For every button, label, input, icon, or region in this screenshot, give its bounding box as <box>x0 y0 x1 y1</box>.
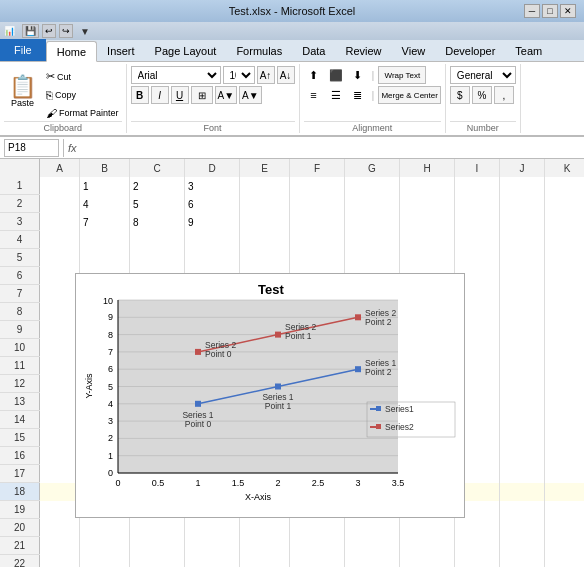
grid-cell[interactable] <box>80 537 130 555</box>
grid-cell[interactable] <box>545 483 584 501</box>
grid-cell[interactable] <box>545 519 584 537</box>
grid-cell[interactable] <box>290 249 345 267</box>
grid-cell[interactable] <box>500 501 545 519</box>
grid-cell[interactable] <box>240 213 290 231</box>
grid-cell[interactable] <box>40 303 80 321</box>
row-header[interactable]: 17 <box>0 465 40 482</box>
grid-cell[interactable] <box>545 321 584 339</box>
row-header[interactable]: 19 <box>0 501 40 518</box>
col-header-a[interactable]: A <box>40 159 80 177</box>
comma-button[interactable]: , <box>494 86 514 104</box>
dollar-button[interactable]: $ <box>450 86 470 104</box>
grid-cell[interactable] <box>40 195 80 213</box>
minimize-button[interactable]: ─ <box>524 4 540 18</box>
bold-button[interactable]: B <box>131 86 149 104</box>
grid-cell[interactable] <box>500 213 545 231</box>
grid-cell[interactable] <box>455 519 500 537</box>
align-right-button[interactable]: ≣ <box>348 86 368 104</box>
grid-cell[interactable] <box>80 555 130 567</box>
grid-cell[interactable] <box>500 483 545 501</box>
row-header[interactable]: 21 <box>0 537 40 554</box>
row-header[interactable]: 16 <box>0 447 40 464</box>
grid-cell[interactable] <box>500 375 545 393</box>
grid-cell[interactable]: 4 <box>80 195 130 213</box>
font-name-select[interactable]: Arial <box>131 66 221 84</box>
grid-cell[interactable] <box>500 447 545 465</box>
grid-cell[interactable] <box>130 555 185 567</box>
col-header-d[interactable]: D <box>185 159 240 177</box>
tab-formulas[interactable]: Formulas <box>226 41 292 61</box>
row-header[interactable]: 4 <box>0 231 40 248</box>
row-header[interactable]: 15 <box>0 429 40 446</box>
grid-cell[interactable] <box>455 555 500 567</box>
grid-cell[interactable] <box>400 519 455 537</box>
grid-cell[interactable]: 9 <box>185 213 240 231</box>
grid-cell[interactable] <box>500 249 545 267</box>
grid-cell[interactable] <box>185 519 240 537</box>
col-header-i[interactable]: I <box>455 159 500 177</box>
grid-cell[interactable] <box>345 195 400 213</box>
grid-cell[interactable] <box>500 411 545 429</box>
format-painter-button[interactable]: 🖌 Format Painter <box>43 104 122 121</box>
font-size-select[interactable]: 10 <box>223 66 255 84</box>
grid-cell[interactable] <box>240 177 290 195</box>
grid-cell[interactable] <box>400 195 455 213</box>
grid-cell[interactable] <box>500 321 545 339</box>
grid-cell[interactable] <box>40 483 80 501</box>
grid-cell[interactable] <box>545 177 584 195</box>
grid-cell[interactable] <box>40 375 80 393</box>
row-header[interactable]: 14 <box>0 411 40 428</box>
grid-cell[interactable] <box>545 429 584 447</box>
row-header[interactable]: 6 <box>0 267 40 284</box>
grid-cell[interactable]: 1 <box>80 177 130 195</box>
grid-cell[interactable] <box>345 249 400 267</box>
tab-file[interactable]: File <box>0 39 46 61</box>
grid-cell[interactable]: 2 <box>130 177 185 195</box>
tab-team[interactable]: Team <box>505 41 552 61</box>
align-center-button[interactable]: ☰ <box>326 86 346 104</box>
col-header-k[interactable]: K <box>545 159 584 177</box>
grid-cell[interactable] <box>455 231 500 249</box>
grid-cell[interactable] <box>40 501 80 519</box>
grid-cell[interactable] <box>290 537 345 555</box>
redo-quick-btn[interactable]: ↪ <box>59 24 73 38</box>
font-grow-button[interactable]: A↑ <box>257 66 275 84</box>
align-middle-button[interactable]: ⬛ <box>326 66 346 84</box>
underline-button[interactable]: U <box>171 86 189 104</box>
tab-data[interactable]: Data <box>292 41 335 61</box>
grid-cell[interactable] <box>345 231 400 249</box>
grid-cell[interactable] <box>40 357 80 375</box>
grid-cell[interactable] <box>240 555 290 567</box>
grid-cell[interactable] <box>80 519 130 537</box>
grid-cell[interactable] <box>40 339 80 357</box>
grid-cell[interactable] <box>290 195 345 213</box>
row-header[interactable]: 7 <box>0 285 40 302</box>
grid-cell[interactable] <box>545 555 584 567</box>
grid-cell[interactable] <box>400 177 455 195</box>
grid-cell[interactable] <box>545 285 584 303</box>
grid-cell[interactable] <box>345 537 400 555</box>
grid-cell[interactable] <box>545 231 584 249</box>
row-header[interactable]: 20 <box>0 519 40 536</box>
cell-reference[interactable] <box>4 139 59 157</box>
grid-cell[interactable] <box>345 177 400 195</box>
grid-cell[interactable] <box>545 267 584 285</box>
grid-cell[interactable]: 6 <box>185 195 240 213</box>
grid-cell[interactable] <box>500 267 545 285</box>
grid-cell[interactable] <box>290 177 345 195</box>
row-header[interactable]: 5 <box>0 249 40 266</box>
grid-cell[interactable] <box>40 537 80 555</box>
grid-cell[interactable] <box>40 231 80 249</box>
grid-cell[interactable] <box>240 249 290 267</box>
grid-cell[interactable] <box>545 213 584 231</box>
grid-cell[interactable] <box>345 213 400 231</box>
grid-cell[interactable] <box>185 231 240 249</box>
grid-cell[interactable] <box>40 213 80 231</box>
row-header[interactable]: 3 <box>0 213 40 230</box>
grid-cell[interactable] <box>545 357 584 375</box>
grid-cell[interactable] <box>455 177 500 195</box>
border-button[interactable]: ⊞ <box>191 86 213 104</box>
grid-cell[interactable] <box>545 447 584 465</box>
close-button[interactable]: ✕ <box>560 4 576 18</box>
grid-cell[interactable] <box>500 555 545 567</box>
